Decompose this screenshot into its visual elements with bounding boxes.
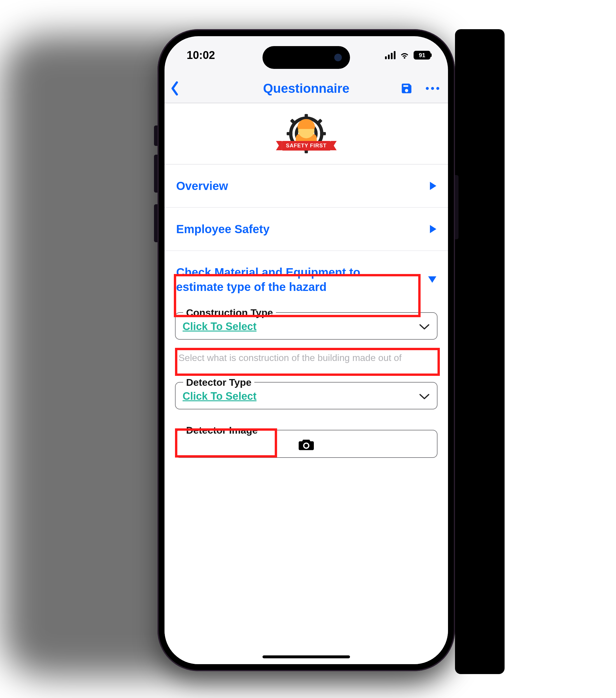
svg-rect-4 [287,132,292,135]
phone-frame: 10:02 91 Questionna [158,29,455,671]
field-detector-type: Detector Type Click To Select [175,382,438,409]
more-button[interactable] [426,87,439,90]
logo-ribbon: SAFETY FIRST [282,141,331,151]
battery-icon: 91 [414,51,430,59]
battery-percent: 91 [419,52,425,59]
wifi-icon [400,51,410,59]
section-material-title: Check Material and Equipment to estimate… [176,265,389,294]
cellular-icon [385,51,396,59]
detector-type-placeholder: Click To Select [183,390,256,402]
section-overview-title: Overview [176,179,421,193]
construction-type-hint: Select what is construction of the build… [175,344,438,372]
expand-right-icon [430,225,436,233]
backdrop-strip [455,29,505,674]
detector-image-label: Detector Image [183,424,261,436]
status-icons: 91 [385,51,430,59]
back-button[interactable] [170,81,180,96]
mute-switch [154,125,158,146]
construction-type-placeholder: Click To Select [183,320,256,333]
dynamic-island [262,46,350,69]
status-time: 10:02 [187,49,215,61]
camera-icon [299,438,314,451]
home-indicator [262,655,350,658]
page-title: Questionnaire [263,81,349,96]
content-area: SAFETY FIRST Overview Employee Safety Ch… [164,103,448,664]
detector-type-label: Detector Type [183,377,254,388]
section-employee-safety[interactable]: Employee Safety [164,208,448,251]
screen: 10:02 91 Questionna [164,36,448,664]
svg-rect-5 [320,132,326,135]
field-detector-image: Detector Image [175,430,438,458]
section-material-body: Construction Type Click To Select Select… [164,312,448,470]
expand-down-icon [428,276,436,283]
chevron-down-icon [419,323,430,330]
logo-row: SAFETY FIRST [164,103,448,165]
volume-down-button [154,204,158,242]
field-construction-type: Construction Type Click To Select Select… [175,312,438,372]
power-button [455,175,458,239]
save-button[interactable] [400,82,413,95]
construction-type-label: Construction Type [183,307,276,318]
safety-first-logo: SAFETY FIRST [284,112,328,155]
volume-up-button [154,155,158,193]
section-overview[interactable]: Overview [164,165,448,208]
section-employee-safety-title: Employee Safety [176,222,421,236]
section-material[interactable]: Check Material and Equipment to estimate… [164,251,448,302]
chevron-down-icon [419,392,430,400]
expand-right-icon [430,182,436,190]
nav-bar: Questionnaire [164,74,448,103]
